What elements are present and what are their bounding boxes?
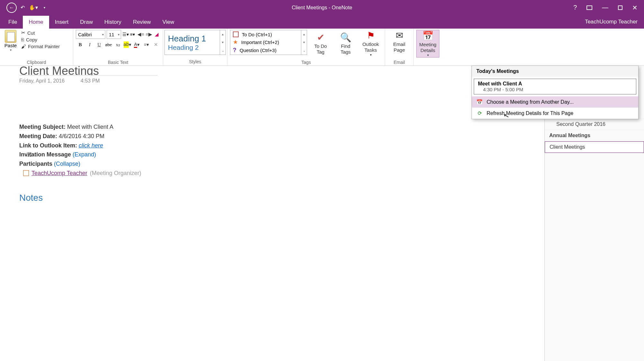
bullets-button[interactable]: ☰▾ <box>122 30 129 39</box>
calendar-icon: 📅 <box>422 30 434 42</box>
scissors-icon: ✂ <box>21 30 25 36</box>
clipboard-group: Paste ▾ ✂Cut ⎘Copy 🖌Format Painter Clipb… <box>0 29 73 66</box>
meeting-item[interactable]: Meet with Client A 4:30 PM - 5:00 PM <box>474 79 636 94</box>
meeting-subject-label: Meeting Subject: <box>19 124 66 130</box>
tab-insert[interactable]: Insert <box>49 16 75 29</box>
dropdown-header: Today's Meetings <box>472 66 638 77</box>
menu-bar: File Home Insert Draw History Review Vie… <box>0 15 644 29</box>
meetings-group: 📅Meeting Details▾ <box>414 29 442 66</box>
close-icon[interactable]: ✕ <box>632 4 638 12</box>
numbering-button[interactable]: ≡▾ <box>130 30 136 39</box>
notes-heading: Notes <box>19 191 544 205</box>
help-icon[interactable]: ? <box>573 4 577 11</box>
person-icon <box>23 170 29 176</box>
delete-button[interactable]: ✕ <box>152 40 160 49</box>
meeting-subject: Meet with Client A <box>66 124 113 130</box>
fullscreen-icon[interactable] <box>587 5 592 10</box>
meeting-details-button[interactable]: 📅Meeting Details▾ <box>416 30 439 57</box>
paste-button[interactable]: Paste ▾ <box>3 30 19 59</box>
tab-review[interactable]: Review <box>127 16 157 29</box>
page-title[interactable]: Client Meetings <box>19 66 157 75</box>
align-button[interactable]: ≡▾ <box>142 40 151 49</box>
email-group: ✉Email Page Email <box>385 29 414 66</box>
star-icon: ★ <box>233 39 238 46</box>
qat-customize[interactable]: ▾ <box>39 3 49 13</box>
calendar-small-icon: 📅 <box>476 99 483 105</box>
envelope-icon: ✉ <box>396 30 403 41</box>
underline-button[interactable]: U <box>95 40 103 49</box>
participants-label: Participants <box>19 161 52 167</box>
refresh-meeting-item[interactable]: ⟳ Refresh Meeting Details for This Page <box>472 108 638 119</box>
email-page-button[interactable]: ✉Email Page <box>388 30 411 53</box>
touch-mode-button[interactable]: ✋▾ <box>28 3 39 13</box>
organizer-label: (Meeting Organizer) <box>90 169 141 178</box>
expand-link[interactable]: (Expand) <box>71 151 96 158</box>
tags-group: To Do (Ctrl+1) ★Important (Ctrl+2) ?Ques… <box>227 29 385 66</box>
styles-gallery[interactable]: Heading 1 Heading 2 ▴▾⌄ <box>164 30 226 55</box>
styles-group: Heading 1 Heading 2 ▴▾⌄ Styles <box>163 29 227 66</box>
flag-icon: ⚑ <box>367 30 375 41</box>
indent-button[interactable]: ≡▶ <box>146 30 152 39</box>
undo-button[interactable]: ↶ <box>17 3 28 13</box>
meeting-date-label: Meeting Date: <box>19 133 57 139</box>
tab-history[interactable]: History <box>99 16 127 29</box>
meeting-details-dropdown: Today's Meetings Meet with Client A 4:30… <box>472 66 639 119</box>
window-title: Client Meetings - OneNote <box>292 5 352 11</box>
format-painter-button[interactable]: 🖌Format Painter <box>21 44 60 49</box>
page-date: Friday, April 1, 20164:53 PM <box>19 78 544 84</box>
highlight-button[interactable]: ab▾ <box>123 40 132 49</box>
tab-home[interactable]: Home <box>23 16 49 29</box>
checkbox-icon <box>233 31 239 37</box>
expand-toggle[interactable]: + <box>27 152 31 157</box>
tab-view[interactable]: View <box>157 16 180 29</box>
outlook-tasks-button[interactable]: ⚑Outlook Tasks▾ <box>359 30 382 57</box>
subscript-button[interactable]: x₂ <box>114 40 122 49</box>
font-size-select[interactable]: 11 <box>107 30 121 39</box>
page-list-item[interactable]: Annual Meetings <box>545 130 644 141</box>
outlook-link-label: Link to Outlook Item: <box>19 142 77 149</box>
page-canvas[interactable]: Client Meetings Friday, April 1, 20164:5… <box>0 66 544 361</box>
minimize-icon[interactable]: — <box>602 4 608 11</box>
todo-tag-button[interactable]: ✔To Do Tag <box>309 30 332 57</box>
participant-link[interactable]: TeachUcomp Teacher <box>31 169 87 178</box>
tab-file[interactable]: File <box>3 16 23 29</box>
tab-draw[interactable]: Draw <box>74 16 99 29</box>
tags-gallery[interactable]: To Do (Ctrl+1) ★Important (Ctrl+2) ?Ques… <box>230 30 307 55</box>
basic-text-group: Calibri 11 ☰▾ ≡▾ ◀≡ ≡▶ ◢ B I U abc x₂ ab… <box>73 29 163 66</box>
find-tags-button[interactable]: 🔍Find Tags <box>334 30 357 57</box>
meeting-date: 4/6/2016 4:30 PM <box>57 133 104 139</box>
font-family-select[interactable]: Calibri <box>76 30 105 39</box>
maximize-icon[interactable] <box>618 5 622 10</box>
ribbon: Paste ▾ ✂Cut ⎘Copy 🖌Format Painter Clipb… <box>0 29 644 66</box>
copy-button[interactable]: ⎘Copy <box>21 37 60 42</box>
font-color-button[interactable]: A▾ <box>133 40 141 49</box>
page-list-item-selected[interactable]: Client Meetings <box>545 141 644 153</box>
choose-meeting-item[interactable]: 📅 Choose a Meeting from Another Day... <box>472 96 638 108</box>
checkmark-icon: ✔ <box>317 32 324 43</box>
clear-formatting-button[interactable]: ◢ <box>154 30 160 39</box>
bold-button[interactable]: B <box>76 40 84 49</box>
question-icon: ? <box>233 47 236 54</box>
user-name[interactable]: TeachUcomp Teacher <box>585 19 644 25</box>
cut-button[interactable]: ✂Cut <box>21 30 60 36</box>
copy-icon: ⎘ <box>21 37 24 42</box>
collapse-link[interactable]: (Collapse) <box>52 161 80 167</box>
refresh-icon: ⟳ <box>476 110 483 116</box>
brush-icon: 🖌 <box>21 44 26 49</box>
search-icon: 🔍 <box>340 32 351 43</box>
paste-icon <box>5 30 16 43</box>
title-bar: ← ↶ ✋▾ ▾ Client Meetings - OneNote ? — ✕ <box>0 0 644 15</box>
outlook-link[interactable]: click here <box>79 142 103 149</box>
page-list-item[interactable]: Second Quarter 2016 <box>545 119 644 130</box>
italic-button[interactable]: I <box>85 40 94 49</box>
outdent-button[interactable]: ◀≡ <box>137 30 144 39</box>
strikethrough-button[interactable]: abc <box>104 40 113 49</box>
back-button[interactable]: ← <box>6 3 17 13</box>
